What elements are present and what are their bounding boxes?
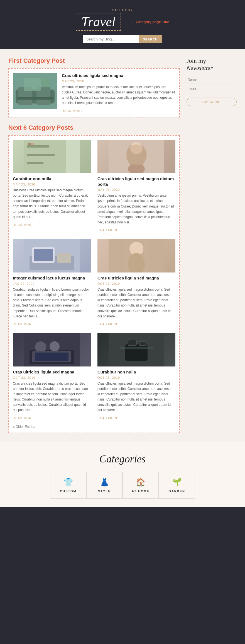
grid-post-3-date: JAN 29, 2020 [13, 282, 91, 285]
newsletter-name-input[interactable] [187, 76, 237, 83]
grid-post-3-read-more[interactable]: READ MORE [13, 322, 34, 326]
grid-post-2: Cras ultricies ligula sed magna dictum p… [97, 140, 175, 232]
svg-rect-43 [139, 341, 146, 346]
newsletter-box: Join my Newsletter SUBSCRIBE [187, 57, 237, 106]
search-button[interactable]: SEARCH [139, 35, 162, 43]
first-post-section-label: First Category Post [8, 57, 180, 64]
first-post-excerpt: Vestibulum ante ipsum primis in faucibus… [62, 85, 175, 106]
svg-rect-11 [27, 154, 55, 156]
subscribe-button[interactable]: SUBSCRIBE [187, 98, 237, 106]
categories-section: Categories 👕 CUSTOM 👗 STYLE 🏠 AT HOME 🌱 … [0, 442, 245, 507]
first-post-title: Cras ultricies ligula sed magna [62, 73, 175, 78]
svg-rect-41 [125, 344, 148, 361]
category-name-at-home: AT HOME [132, 489, 150, 493]
first-post-image [13, 73, 57, 109]
svg-rect-12 [27, 162, 43, 164]
svg-rect-26 [24, 239, 80, 272]
svg-point-36 [50, 341, 60, 351]
grid-post-3-excerpt: Curabitur sodales ligula in libero Lorem… [13, 287, 91, 319]
category-title-box: Travel [76, 13, 121, 31]
category-item-style[interactable]: 👗 STYLE [86, 472, 122, 499]
grid-post-2-title: Cras ultricies ligula sed magna dictum p… [97, 176, 175, 187]
grid-post-1-image [13, 140, 91, 173]
grid-post-1: Curabitur non nulla MAY 23, 2020 Busines… [13, 140, 91, 232]
grid-post-4-excerpt: Cras ultricies ligula sed magna dictum p… [97, 287, 175, 319]
svg-rect-44 [120, 347, 153, 349]
main-content: First Category Post Cras ultricies ligul… [0, 49, 245, 442]
grid-post-5-read-more[interactable]: READ MORE [13, 416, 34, 420]
grid-post-4-date: OCT 23, 2019 [97, 282, 175, 285]
grid-post-5: Cras ultricies ligula sed magna OCT 23, … [13, 333, 91, 420]
svg-point-20 [126, 144, 147, 166]
grid-post-4-image [97, 239, 175, 272]
next-posts-container: Curabitur non nulla MAY 23, 2020 Busines… [8, 135, 180, 433]
garden-icon: 🌱 [172, 477, 182, 487]
newsletter-email-input[interactable] [187, 86, 237, 93]
grid-post-1-excerpt: Business Cras ultricies ligula sed magna… [13, 188, 91, 220]
grid-post-4-title: Cras ultricies ligula sed magna [97, 275, 175, 281]
category-title-wrapper: Travel ← ← Category page Title [76, 13, 169, 31]
svg-rect-13 [28, 143, 31, 145]
grid-post-2-read-more[interactable]: READ MORE [97, 228, 119, 232]
grid-post-5-date: OCT 23, 2019 [13, 376, 91, 379]
grid-post-3: Integer euismod lacus luctus magna JAN 2… [13, 239, 91, 326]
category-page-title-annotation: ← ← Category page Title [124, 19, 169, 25]
first-post-date: MAY 23, 2020 [62, 79, 175, 83]
grid-post-5-excerpt: Cras ultricies ligula sed magna dictum p… [13, 381, 91, 413]
arrow-left-icon: ← [124, 19, 129, 25]
grid-post-2-date: MAY 23, 2020 [97, 188, 175, 191]
category-item-custom[interactable]: 👕 CUSTOM [50, 472, 86, 499]
svg-rect-7 [13, 73, 57, 109]
sidebar: Join my Newsletter SUBSCRIBE [187, 57, 237, 433]
newsletter-title: Join my Newsletter [187, 57, 237, 72]
first-post-container: Cras ultricies ligula sed magna MAY 23, … [8, 68, 180, 117]
custom-icon: 👕 [63, 477, 73, 487]
next-posts-section-label: Next 6 Category Posts [8, 124, 180, 131]
svg-rect-15 [66, 140, 80, 173]
category-name-style: STYLE [98, 489, 111, 493]
svg-rect-31 [109, 239, 125, 272]
first-post-content: Cras ultricies ligula sed magna MAY 23, … [62, 73, 175, 113]
svg-rect-38 [35, 353, 68, 361]
grid-post-5-title: Cras ultricies ligula sed magna [13, 369, 91, 375]
grid-post-6-date: OCT 23, 2019 [97, 376, 175, 379]
posts-column: First Category Post Cras ultricies ligul… [8, 57, 180, 433]
grid-post-3-image [13, 239, 91, 272]
grid-post-1-read-more[interactable]: READ MORE [13, 223, 34, 226]
posts-grid: Curabitur non nulla MAY 23, 2020 Busines… [13, 140, 175, 420]
grid-post-2-image [97, 140, 175, 173]
at-home-icon: 🏠 [136, 477, 146, 487]
grid-post-6-read-more[interactable]: READ MORE [97, 416, 119, 420]
grid-post-6-image [97, 333, 175, 366]
category-item-at-home[interactable]: 🏠 AT HOME [122, 472, 159, 499]
grid-post-5-image [13, 333, 91, 366]
style-icon: 👗 [100, 477, 109, 487]
category-title: Travel [81, 14, 116, 29]
categories-heading: Categories [6, 453, 239, 465]
category-item-garden[interactable]: 🌱 GARDEN [159, 472, 195, 499]
grid-post-6: Curabitur non nulla OCT 23, 2019 Cras ul… [97, 333, 175, 420]
search-input[interactable] [83, 35, 139, 43]
svg-rect-42 [128, 340, 136, 346]
grid-post-4-read-more[interactable]: READ MORE [97, 322, 119, 326]
grid-post-6-title: Curabitur non nulla [97, 369, 175, 375]
category-name-garden: GARDEN [168, 489, 185, 493]
category-name-custom: CUSTOM [60, 489, 76, 493]
svg-rect-10 [27, 145, 49, 148]
page-header: CATEGORY Travel ← ← Category page Title … [0, 0, 245, 49]
grid-post-6-excerpt: Cras ultricies ligula sed magna dictum p… [97, 381, 175, 413]
older-entries-link[interactable]: « Older Entries [13, 425, 175, 429]
grid-post-4: Cras ultricies ligula sed magna OCT 23, … [97, 239, 175, 326]
svg-rect-14 [32, 143, 35, 145]
first-post-read-more[interactable]: READ MORE [62, 109, 83, 112]
grid-post-2-excerpt: Vestibulum ante ipsum primis. Vestibulum… [97, 193, 175, 225]
grid-post-1-title: Curabitur non nulla [13, 176, 91, 182]
category-label: CATEGORY [6, 8, 239, 12]
svg-rect-32 [148, 239, 164, 272]
categories-grid: 👕 CUSTOM 👗 STYLE 🏠 AT HOME 🌱 GARDEN [6, 472, 239, 499]
grid-post-1-date: MAY 23, 2020 [13, 183, 91, 186]
grid-post-3-title: Integer euismod lacus luctus magna [13, 275, 91, 281]
search-bar: SEARCH [6, 35, 239, 43]
svg-point-35 [35, 341, 46, 353]
